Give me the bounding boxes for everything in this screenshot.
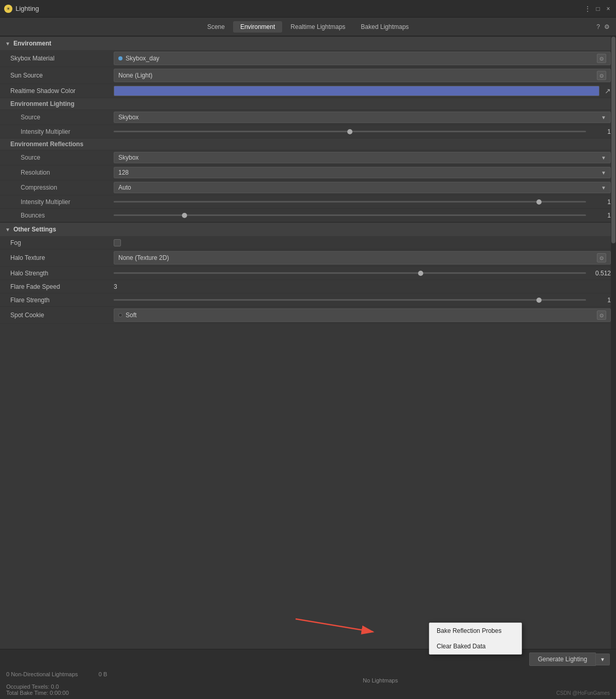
fog-checkbox[interactable]: [114, 239, 121, 246]
close-icon[interactable]: ×: [605, 5, 612, 12]
flare-strength-fill: [114, 299, 539, 301]
skybox-material-field[interactable]: Skybox_day ⊙: [114, 52, 611, 65]
halo-texture-picker-btn[interactable]: ⊙: [597, 253, 606, 262]
clear-baked-data-item[interactable]: Clear Baked Data: [429, 639, 521, 654]
generate-lighting-dropdown-menu: Bake Reflection Probes Clear Baked Data: [429, 623, 522, 655]
sun-source-row: Sun Source None (Light) ⊙: [0, 67, 616, 84]
env-lighting-source-dropdown[interactable]: Skybox ▼: [114, 112, 611, 123]
empty-space: [0, 324, 616, 531]
environment-section-label: Environment: [13, 40, 51, 47]
tab-environment[interactable]: Environment: [233, 21, 282, 33]
flare-fade-speed-row: Flare Fade Speed 3: [0, 280, 616, 293]
spot-cookie-field[interactable]: Soft ⊙: [114, 308, 611, 322]
tab-baked-lightmaps[interactable]: Baked Lightmaps: [353, 21, 416, 33]
scrollbar-thumb[interactable]: [611, 37, 615, 243]
env-lighting-source-row: Source Skybox ▼: [0, 110, 616, 125]
flare-strength-thumb[interactable]: [536, 298, 542, 303]
tab-bar-icons: ? ⚙: [596, 23, 610, 30]
window-controls: ⋮ □ ×: [584, 5, 612, 12]
env-refl-intensity-slider[interactable]: 1: [114, 198, 611, 206]
halo-strength-thumb[interactable]: [418, 271, 423, 276]
halo-strength-fill: [114, 272, 421, 274]
env-refl-source-text: Skybox: [118, 154, 138, 161]
env-refl-intensity-thumb[interactable]: [536, 199, 542, 205]
window-title: Lighting: [16, 5, 39, 12]
env-refl-resolution-arrow: ▼: [601, 170, 606, 176]
generate-lighting-button[interactable]: Generate Lighting: [529, 653, 596, 666]
maximize-icon[interactable]: □: [594, 5, 602, 12]
halo-strength-row: Halo Strength 0.512: [0, 267, 616, 280]
flare-strength-row: Flare Strength 1: [0, 293, 616, 307]
env-refl-compression-arrow: ▼: [601, 185, 606, 191]
spot-cookie-picker-btn[interactable]: ⊙: [597, 310, 606, 320]
flare-strength-label: Flare Strength: [10, 297, 114, 304]
flare-fade-speed-value: 3: [114, 283, 611, 290]
settings-icon[interactable]: ⚙: [604, 23, 610, 30]
bottom-bar-top: Generate Lighting ▼: [0, 649, 616, 669]
generate-btn-group: Generate Lighting ▼: [529, 653, 610, 666]
environment-collapse-arrow: ▼: [5, 41, 10, 46]
scrollbar[interactable]: [611, 36, 616, 668]
fog-value: [114, 239, 611, 246]
env-refl-source-dropdown[interactable]: Skybox ▼: [114, 152, 611, 163]
spot-cookie-text: Soft: [126, 312, 136, 319]
env-refl-bounces-fill: [114, 214, 184, 216]
environment-section-header[interactable]: ▼ Environment: [0, 36, 616, 50]
halo-texture-text: None (Texture 2D): [118, 254, 169, 261]
help-icon[interactable]: ?: [596, 23, 600, 30]
env-lighting-intensity-track: [114, 131, 586, 132]
sun-source-field[interactable]: None (Light) ⊙: [114, 69, 611, 82]
flare-strength-slider[interactable]: 1: [114, 297, 611, 304]
env-refl-intensity-row: Intensity Multiplier 1: [0, 195, 616, 209]
sun-source-text: None (Light): [118, 72, 152, 79]
shadow-color-swatch[interactable]: [114, 86, 599, 96]
env-refl-intensity-label: Intensity Multiplier: [16, 198, 114, 206]
no-lightmaps-text: No Lightmaps: [151, 677, 610, 684]
env-refl-bounces-thumb[interactable]: [182, 213, 187, 218]
halo-strength-value-text: 0.512: [590, 270, 611, 277]
flare-strength-track: [114, 299, 586, 301]
bottom-bar: Generate Lighting ▼ 0 Non-Directional Li…: [0, 649, 616, 699]
flare-strength-value: 1: [114, 297, 611, 304]
generate-lighting-arrow-button[interactable]: ▼: [596, 654, 610, 665]
tab-realtime-lightmaps[interactable]: Realtime Lightmaps: [283, 21, 352, 33]
red-arrow-indicator: [285, 609, 389, 641]
window-icon: ☀: [4, 5, 12, 13]
menu-icon[interactable]: ⋮: [584, 5, 591, 12]
halo-strength-slider[interactable]: 0.512: [114, 270, 611, 277]
halo-strength-value: 0.512: [114, 270, 611, 277]
env-lighting-subsection: Environment Lighting: [0, 98, 616, 110]
env-reflections-subsection: Environment Reflections: [0, 138, 616, 150]
bottom-stats: 0 Non-Directional Lightmaps 0 B No Light…: [0, 669, 616, 699]
env-lighting-label: Environment Lighting: [10, 100, 74, 107]
flare-strength-value-text: 1: [590, 297, 611, 304]
env-refl-resolution-text: 128: [118, 169, 129, 176]
env-lighting-source-text: Skybox: [118, 114, 138, 121]
other-settings-section-header[interactable]: ▼ Other Settings: [0, 222, 616, 236]
shadow-color-value: ↗: [114, 86, 611, 96]
color-picker-icon[interactable]: ↗: [605, 87, 611, 95]
spot-cookie-dot: [118, 313, 122, 317]
tab-scene[interactable]: Scene: [200, 21, 232, 33]
env-lighting-intensity-slider[interactable]: 1: [114, 128, 611, 135]
env-lighting-intensity-fill: [114, 131, 350, 132]
bake-reflection-probes-item[interactable]: Bake Reflection Probes: [429, 623, 521, 639]
halo-texture-field[interactable]: None (Texture 2D) ⊙: [114, 251, 611, 265]
env-refl-bounces-value: 1: [114, 212, 611, 219]
sun-source-label: Sun Source: [10, 72, 114, 79]
fog-row: Fog: [0, 236, 616, 250]
red-arrow-svg: [285, 609, 389, 640]
env-refl-compression-dropdown[interactable]: Auto ▼: [114, 182, 611, 193]
env-lighting-intensity-thumb[interactable]: [347, 129, 352, 134]
env-refl-bounces-slider[interactable]: 1: [114, 212, 611, 219]
skybox-material-value: Skybox_day ⊙: [114, 52, 611, 65]
skybox-material-picker-btn[interactable]: ⊙: [597, 54, 606, 63]
sun-source-picker-btn[interactable]: ⊙: [597, 71, 606, 80]
sun-source-value: None (Light) ⊙: [114, 69, 611, 82]
svg-line-1: [296, 619, 373, 632]
env-refl-source-label: Source: [16, 154, 114, 161]
env-lighting-intensity-label: Intensity Multiplier: [16, 128, 114, 135]
env-refl-resolution-dropdown[interactable]: 128 ▼: [114, 167, 611, 178]
tab-bar: Scene Environment Realtime Lightmaps Bak…: [0, 18, 616, 36]
bottom-attribution: CSDN @HoFunGames: [556, 690, 610, 696]
